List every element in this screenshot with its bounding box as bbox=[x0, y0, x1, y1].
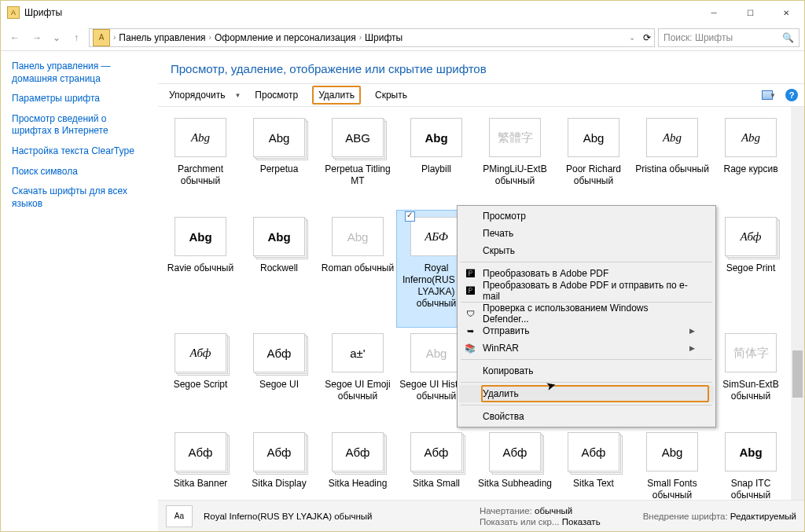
font-preview: Абф bbox=[568, 432, 619, 471]
help-button[interactable]: ? bbox=[785, 89, 798, 101]
sidebar-link-home[interactable]: Панель управления — домашняя страница bbox=[12, 61, 147, 85]
font-tile[interactable]: ABGPerpetua Titling MT bbox=[318, 112, 397, 211]
font-tile[interactable]: AbgPristina обычный bbox=[633, 112, 711, 211]
font-tile[interactable]: a±'Segoe UI Emoji обычный bbox=[318, 327, 397, 426]
font-tile[interactable]: AbgRoman обычный bbox=[318, 211, 397, 310]
search-input[interactable]: Поиск: Шрифты 🔍 bbox=[658, 28, 799, 47]
font-tile[interactable]: AbgSmall Fonts обычный bbox=[633, 426, 711, 500]
menu-item-label: Свойства bbox=[483, 411, 524, 422]
back-button[interactable]: ← bbox=[6, 28, 24, 47]
font-tile[interactable]: AbgPerpetua bbox=[240, 112, 318, 211]
font-preview: 繁體字 bbox=[489, 118, 541, 157]
font-preview-text: 繁體字 bbox=[498, 130, 533, 145]
font-tile[interactable]: АбфSitka Heading bbox=[318, 426, 397, 500]
font-preview-text: Abg bbox=[741, 131, 760, 145]
font-preview-text: Abg bbox=[191, 131, 210, 145]
chevron-icon: › bbox=[113, 33, 116, 42]
font-label: Sitka Display bbox=[241, 478, 317, 490]
scrollbar[interactable] bbox=[791, 107, 804, 500]
sidebar-link-download[interactable]: Скачать шрифты для всех языков bbox=[12, 185, 147, 210]
sidebar-link-online-fonts[interactable]: Просмотр сведений о шрифтах в Интернете bbox=[12, 113, 147, 138]
font-tile[interactable]: AbgRockwell bbox=[240, 211, 318, 310]
crumb-appearance[interactable]: Оформление и персонализация bbox=[215, 32, 356, 43]
font-tile[interactable]: AbgSnap ITC обычный bbox=[711, 426, 790, 500]
search-icon: 🔍 bbox=[782, 32, 794, 43]
context-menu-item[interactable]: 🅿Преобразовать в Adobe PDF и отправить п… bbox=[459, 282, 714, 299]
sidebar-link-cleartype[interactable]: Настройка текста ClearType bbox=[12, 145, 147, 158]
menu-item-label: Копировать bbox=[483, 365, 534, 376]
font-tile[interactable]: AbgPlaybill bbox=[397, 112, 476, 211]
font-preview-text: Абф bbox=[741, 230, 762, 244]
font-preview: Abg bbox=[646, 432, 698, 471]
chevron-down-icon[interactable]: ▼ bbox=[234, 92, 241, 99]
font-preview: Abg bbox=[175, 118, 226, 157]
close-button[interactable]: ✕ bbox=[768, 1, 804, 24]
font-tile[interactable]: АбфSitka Display bbox=[240, 426, 318, 500]
menu-item-label: Скрыть bbox=[483, 245, 515, 256]
context-menu-item[interactable]: Удалить bbox=[459, 385, 714, 402]
font-tile[interactable]: АбфSitka Banner bbox=[161, 426, 240, 500]
font-preview-text: Абф bbox=[189, 446, 213, 459]
font-tile[interactable]: 繁體字PMingLiU-ExtB обычный bbox=[476, 112, 554, 211]
view-mode-button[interactable]: ▼ bbox=[762, 90, 776, 100]
font-tile[interactable]: AbgRavie обычный bbox=[161, 211, 240, 310]
context-menu-item[interactable]: Свойства bbox=[459, 408, 714, 425]
font-tile[interactable]: АбфSitka Text bbox=[554, 426, 633, 500]
scroll-thumb[interactable] bbox=[792, 350, 803, 398]
context-menu-item[interactable]: 📚WinRAR▶ bbox=[459, 339, 714, 357]
recent-dropdown[interactable]: ⌄ bbox=[50, 28, 64, 47]
font-preview: Abg bbox=[646, 118, 698, 157]
font-tile[interactable]: АбфSegoe Script bbox=[161, 327, 240, 426]
context-menu-item[interactable]: Скрыть bbox=[459, 242, 714, 259]
chevron-down-icon[interactable]: ⌄ bbox=[629, 33, 635, 42]
font-tile[interactable]: АбфSitka Subheading bbox=[476, 426, 554, 500]
font-preview: АБФ bbox=[410, 217, 462, 256]
font-label: Rage курсив bbox=[713, 163, 788, 175]
sidebar-link-find-char[interactable]: Поиск символа bbox=[12, 166, 147, 178]
maximize-button[interactable]: ☐ bbox=[732, 1, 768, 24]
font-label: Sitka Banner bbox=[163, 478, 238, 490]
font-preview-text: Abg bbox=[663, 131, 682, 145]
titlebar: A Шрифты ─ ☐ ✕ bbox=[1, 1, 804, 24]
up-button[interactable]: ↑ bbox=[67, 28, 86, 47]
context-menu-item[interactable]: Копировать bbox=[459, 362, 714, 380]
context-menu-item[interactable]: Просмотр bbox=[459, 207, 714, 225]
font-tile[interactable]: AbgPoor Richard обычный bbox=[554, 112, 633, 211]
font-preview: Abg bbox=[253, 217, 305, 256]
font-tile[interactable]: 简体字SimSun-ExtB обычный bbox=[711, 327, 790, 426]
folder-icon: A bbox=[93, 29, 110, 46]
font-tile[interactable]: АбфSegoe UI bbox=[240, 327, 318, 426]
font-tile[interactable]: АбфSegoe Print bbox=[711, 211, 790, 310]
app-icon: A bbox=[7, 6, 20, 19]
font-preview-text: Abg bbox=[267, 230, 290, 244]
refresh-button[interactable]: ⟳ bbox=[643, 32, 651, 43]
font-preview-text: Abg bbox=[425, 131, 447, 145]
font-tile[interactable]: АбфSitka Small bbox=[397, 426, 476, 500]
minimize-button[interactable]: ─ bbox=[696, 1, 732, 24]
context-menu-item[interactable]: 🛡Проверка с использованием Windows Defen… bbox=[459, 305, 714, 322]
menu-item-icon: ➥ bbox=[464, 325, 476, 337]
context-menu-item[interactable]: ➥Отправить▶ bbox=[459, 322, 714, 339]
crumb-fonts[interactable]: Шрифты bbox=[365, 32, 402, 43]
font-label: Snap ITC обычный bbox=[713, 478, 788, 500]
address-bar[interactable]: A › Панель управления › Оформление и пер… bbox=[89, 28, 655, 47]
font-tile[interactable]: AbgRage курсив bbox=[711, 112, 790, 211]
chevron-icon: › bbox=[209, 33, 211, 42]
menu-separator bbox=[461, 359, 712, 360]
delete-button[interactable]: Удалить bbox=[312, 86, 361, 105]
font-tile[interactable]: AbgParchment обычный bbox=[161, 112, 240, 211]
hide-button[interactable]: Скрыть bbox=[370, 87, 412, 103]
sidebar-link-font-settings[interactable]: Параметры шрифта bbox=[12, 93, 147, 105]
view-button[interactable]: Просмотр bbox=[250, 87, 303, 103]
font-preview-text: Abg bbox=[426, 347, 447, 360]
submenu-arrow-icon: ▶ bbox=[689, 344, 695, 352]
organize-button[interactable]: Упорядочить bbox=[164, 87, 230, 103]
font-label: SimSun-ExtB обычный bbox=[713, 379, 788, 402]
context-menu: ПросмотрПечатьСкрыть🅿Преобразовать в Ado… bbox=[457, 205, 716, 427]
crumb-control-panel[interactable]: Панель управления bbox=[119, 32, 205, 43]
forward-button[interactable]: → bbox=[28, 28, 46, 47]
font-preview-text: Абф bbox=[267, 446, 292, 459]
font-label: Perpetua bbox=[241, 163, 317, 175]
menu-item-icon: 🛡 bbox=[464, 307, 476, 320]
context-menu-item[interactable]: Печать bbox=[459, 225, 714, 242]
